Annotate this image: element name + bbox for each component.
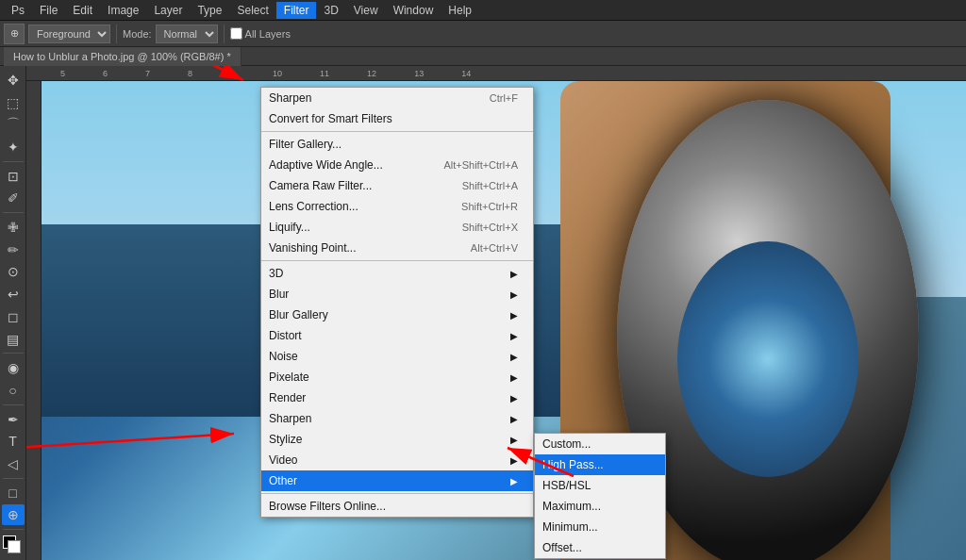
sep2 — [261, 260, 533, 261]
filter-stylize[interactable]: Stylize — [261, 429, 533, 450]
tool-sep3 — [3, 353, 24, 354]
ruler-vertical — [26, 81, 42, 560]
submenu-high-pass[interactable]: High Pass... — [535, 454, 665, 475]
submenu-maximum[interactable]: Maximum... — [535, 496, 665, 517]
filter-render[interactable]: Render — [261, 387, 533, 408]
filter-noise[interactable]: Noise — [261, 346, 533, 367]
other-submenu: Custom... High Pass... HSB/HSL Maximum..… — [534, 433, 666, 559]
canvas-area: 5 6 7 8 9 10 11 12 13 14 — [26, 66, 966, 560]
submenu-minimum[interactable]: Minimum... — [535, 517, 665, 537]
sep2 — [224, 25, 225, 43]
filter-distort[interactable]: Distort — [261, 325, 533, 346]
filter-blur[interactable]: Blur — [261, 284, 533, 305]
tool-clone[interactable]: ⊙ — [2, 262, 25, 283]
menu-filter[interactable]: Filter — [276, 2, 317, 19]
tool-crop[interactable]: ⊡ — [2, 166, 25, 187]
tool-shape[interactable]: □ — [2, 483, 25, 503]
foreground-select[interactable]: Foreground — [28, 25, 110, 43]
filter-convert-smart[interactable]: Convert for Smart Filters — [261, 108, 533, 129]
all-layers-checkbox[interactable]: All Layers — [230, 27, 291, 40]
filter-menu: Sharpen Ctrl+F Convert for Smart Filters… — [260, 87, 534, 518]
filter-sharpen-sub[interactable]: Sharpen — [261, 408, 533, 429]
tool-magic-wand[interactable]: ✦ — [2, 137, 25, 157]
ruler-horizontal: 5 6 7 8 9 10 11 12 13 14 — [26, 66, 966, 81]
menu-image[interactable]: Image — [100, 2, 146, 19]
tool-sep6 — [3, 529, 24, 530]
toolbar: ⊕ Foreground Mode: Normal All Layers — [0, 21, 966, 47]
tool-type[interactable]: T — [2, 431, 25, 452]
tools-panel: ✥ ⬚ ⌒ ✦ ⊡ ✐ ✙ ✏ ⊙ ↩ ◻ ▤ ◉ ○ ✒ T ◁ □ ⊕ — [0, 66, 26, 560]
tool-brush[interactable]: ✏ — [2, 239, 25, 260]
sep3 — [261, 493, 533, 494]
filter-other[interactable]: Other — [261, 470, 533, 491]
filter-pixelate[interactable]: Pixelate — [261, 367, 533, 387]
menu-view[interactable]: View — [346, 2, 386, 19]
filter-video[interactable]: Video — [261, 450, 533, 470]
filter-adaptive-wide[interactable]: Adaptive Wide Angle... Alt+Shift+Ctrl+A — [261, 155, 533, 175]
menu-select[interactable]: Select — [229, 2, 275, 19]
fg-bg-colors[interactable] — [3, 535, 24, 554]
menu-window[interactable]: Window — [386, 2, 441, 19]
submenu-hsb-hsl[interactable]: HSB/HSL — [535, 475, 665, 496]
menu-help[interactable]: Help — [441, 2, 479, 19]
tool-path[interactable]: ◁ — [2, 453, 25, 474]
mode-select[interactable]: Normal — [156, 25, 218, 43]
filter-browse-online[interactable]: Browse Filters Online... — [261, 496, 533, 517]
tool-sep4 — [3, 404, 24, 405]
tool-sep1 — [3, 161, 24, 162]
filter-3d[interactable]: 3D — [261, 263, 533, 284]
mode-label: Mode: — [123, 28, 152, 40]
tool-gradient[interactable]: ▤ — [2, 329, 25, 350]
filter-sharpen-top[interactable]: Sharpen Ctrl+F — [261, 88, 533, 108]
workspace: ✥ ⬚ ⌒ ✦ ⊡ ✐ ✙ ✏ ⊙ ↩ ◻ ▤ ◉ ○ ✒ T ◁ □ ⊕ — [0, 66, 966, 560]
tool-blur[interactable]: ◉ — [2, 357, 25, 378]
tool-marquee[interactable]: ⬚ — [2, 92, 25, 113]
tool-move[interactable]: ✥ — [2, 70, 25, 91]
filter-lens-correction[interactable]: Lens Correction... Shift+Ctrl+R — [261, 196, 533, 217]
submenu-custom[interactable]: Custom... — [535, 434, 665, 454]
tool-zoom[interactable]: ⊕ — [2, 504, 25, 525]
tool-healing[interactable]: ✙ — [2, 217, 25, 238]
filter-camera-raw[interactable]: Camera Raw Filter... Shift+Ctrl+A — [261, 175, 533, 196]
sep1 — [116, 25, 117, 43]
filter-liquify[interactable]: Liquify... Shift+Ctrl+X — [261, 217, 533, 238]
tool-dodge[interactable]: ○ — [2, 380, 25, 401]
tool-pen[interactable]: ✒ — [2, 409, 25, 430]
menubar: Ps File Edit Image Layer Type Select Fil… — [0, 0, 966, 21]
tool-history[interactable]: ↩ — [2, 284, 25, 305]
tab-label: How to Unblur a Photo.jpg @ 100% (RGB/8#… — [13, 51, 231, 62]
menu-layer[interactable]: Layer — [146, 2, 190, 19]
menu-ps[interactable]: Ps — [4, 2, 32, 19]
menu-file[interactable]: File — [32, 2, 65, 19]
tool-sep5 — [3, 478, 24, 479]
sep1 — [261, 131, 533, 132]
lens-reflection — [677, 241, 858, 477]
filter-vanishing-point[interactable]: Vanishing Point... Alt+Ctrl+V — [261, 238, 533, 258]
menu-edit[interactable]: Edit — [65, 2, 100, 19]
tool-eyedropper[interactable]: ✐ — [2, 189, 25, 209]
tool-eraser[interactable]: ◻ — [2, 306, 25, 327]
tool-sep2 — [3, 212, 24, 213]
submenu-offset[interactable]: Offset... — [535, 537, 665, 558]
menu-3d[interactable]: 3D — [316, 2, 345, 19]
filter-blur-gallery[interactable]: Blur Gallery — [261, 305, 533, 325]
menu-type[interactable]: Type — [190, 2, 229, 19]
filter-gallery[interactable]: Filter Gallery... — [261, 134, 533, 155]
tool-lasso[interactable]: ⌒ — [2, 114, 25, 135]
tabbar: How to Unblur a Photo.jpg @ 100% (RGB/8#… — [0, 47, 966, 66]
tool-indicator[interactable]: ⊕ — [4, 24, 25, 44]
document-tab[interactable]: How to Unblur a Photo.jpg @ 100% (RGB/8#… — [4, 47, 242, 66]
